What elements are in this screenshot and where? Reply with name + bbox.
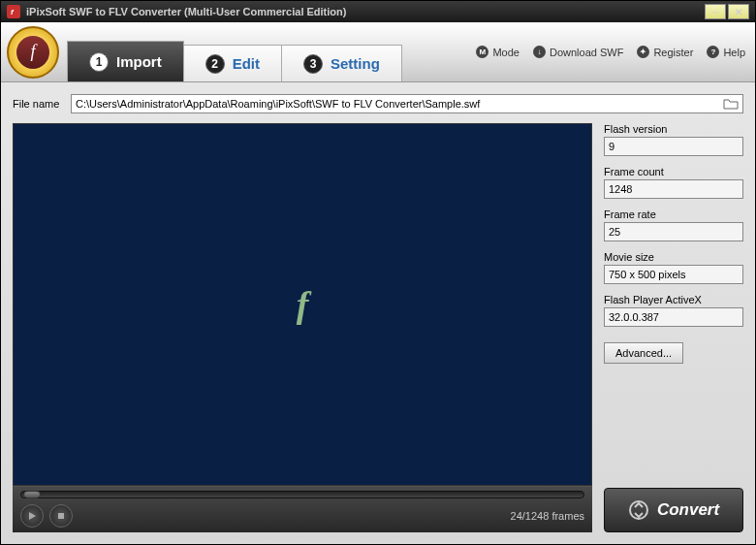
browse-folder-icon[interactable] (723, 97, 739, 111)
stop-icon (57, 512, 65, 520)
field-label: Frame rate (604, 208, 743, 220)
player-controls: 24/1248 frames (13, 486, 592, 532)
tab-edit[interactable]: 2 Edit (183, 45, 282, 81)
download-swf-link[interactable]: ↓ Download SWF (533, 46, 623, 58)
field-label: Movie size (604, 251, 743, 263)
key-icon: ✦ (637, 46, 649, 58)
window-controls: ─ ✕ (703, 4, 749, 19)
control-row: 24/1248 frames (20, 504, 584, 528)
frame-counter: 24/1248 frames (511, 510, 584, 522)
window-title: iPixSoft SWF to FLV Converter (Multi-Use… (26, 6, 346, 17)
download-icon: ↓ (533, 46, 546, 58)
field-frame-rate: Frame rate 25 (604, 208, 743, 241)
play-button[interactable] (20, 504, 44, 528)
flash-version-value: 9 (604, 137, 743, 156)
svg-text:f: f (11, 8, 15, 16)
app-window: f iPixSoft SWF to FLV Converter (Multi-U… (0, 0, 756, 545)
link-label: Mode (492, 47, 520, 58)
field-label: Flash version (604, 123, 743, 135)
flash-logo-icon: f (297, 283, 309, 326)
file-path-text: C:\Users\Administrator\AppData\Roaming\i… (76, 98, 480, 110)
file-name-label: File name (13, 98, 71, 110)
seek-thumb[interactable] (23, 491, 41, 498)
activex-value: 32.0.0.387 (604, 307, 743, 327)
tab-number: 3 (303, 54, 323, 74)
field-label: Frame count (604, 166, 743, 177)
seek-slider[interactable] (20, 491, 584, 498)
app-logo: f (7, 26, 59, 79)
movie-size-value: 750 x 500 pixels (604, 265, 743, 284)
file-path-input[interactable]: C:\Users\Administrator\AppData\Roaming\i… (71, 94, 743, 113)
field-activex: Flash Player ActiveX 32.0.0.387 (604, 294, 743, 327)
main-area: f 24/1248 frames (13, 123, 743, 532)
flash-preview: f (13, 123, 592, 486)
minimize-button[interactable]: ─ (705, 4, 726, 19)
tab-label: Edit (233, 55, 260, 72)
svg-marker-1 (29, 512, 36, 520)
play-icon (27, 511, 37, 521)
tab-number: 2 (205, 54, 225, 74)
help-link[interactable]: ? Help (707, 46, 745, 58)
register-link[interactable]: ✦ Register (637, 46, 693, 58)
preview-column: f 24/1248 frames (13, 123, 592, 532)
field-label: Flash Player ActiveX (604, 294, 743, 305)
tab-number: 1 (89, 52, 109, 72)
frame-count-value: 1248 (604, 179, 743, 199)
info-panel: Flash version 9 Frame count 1248 Frame r… (604, 123, 743, 532)
link-label: Register (653, 47, 693, 58)
help-icon: ? (707, 46, 719, 58)
tab-setting[interactable]: 3 Setting (281, 45, 402, 81)
tab-label: Import (116, 53, 162, 70)
app-icon: f (7, 5, 20, 18)
mode-link[interactable]: M Mode (476, 46, 520, 58)
content-area: File name C:\Users\Administrator\AppData… (1, 82, 755, 544)
step-tabs: 1 Import 2 Edit 3 Setting (67, 41, 401, 81)
convert-button[interactable]: Convert (604, 488, 743, 532)
svg-rect-2 (58, 513, 64, 519)
frame-rate-value: 25 (604, 222, 743, 241)
titlebar: f iPixSoft SWF to FLV Converter (Multi-U… (1, 1, 755, 22)
stop-button[interactable] (49, 504, 73, 528)
convert-label: Convert (657, 500, 719, 520)
link-label: Help (723, 47, 745, 58)
field-movie-size: Movie size 750 x 500 pixels (604, 251, 743, 284)
field-frame-count: Frame count 1248 (604, 166, 743, 199)
file-row: File name C:\Users\Administrator\AppData… (13, 94, 743, 113)
top-links: M Mode ↓ Download SWF ✦ Register ? Help (476, 46, 745, 58)
convert-icon (628, 499, 649, 521)
tab-label: Setting (331, 55, 380, 72)
link-label: Download SWF (550, 47, 623, 58)
tab-import[interactable]: 1 Import (67, 41, 184, 81)
header: f 1 Import 2 Edit 3 Setting M Mode ↓ (1, 22, 755, 82)
mode-icon: M (476, 46, 488, 58)
close-button[interactable]: ✕ (728, 4, 749, 19)
advanced-button[interactable]: Advanced... (604, 342, 683, 364)
field-flash-version: Flash version 9 (604, 123, 743, 156)
